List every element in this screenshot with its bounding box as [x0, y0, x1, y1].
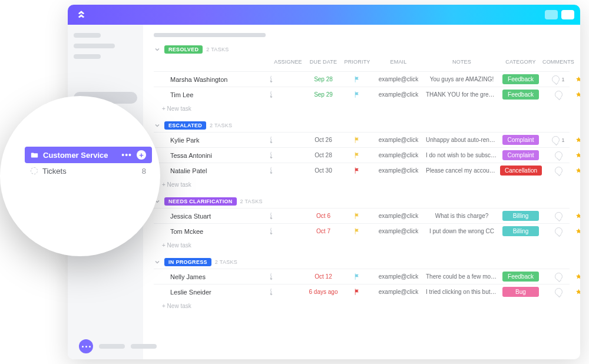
task-row[interactable]: Natalie Patel Oct 30 example@click Pleas…	[154, 163, 570, 178]
new-task-button[interactable]: + New task	[154, 178, 570, 188]
priority-flag-icon[interactable]	[355, 289, 360, 295]
category-badge[interactable]: Cancellation	[500, 166, 542, 176]
col-satisfaction[interactable]: SATISFACTION LEVEL	[575, 56, 580, 68]
task-row[interactable]: Tom Mckee Oct 7 example@click I put down…	[154, 223, 570, 239]
due-date[interactable]: Oct 12	[306, 273, 341, 280]
task-row[interactable]: Tessa Antonini Oct 28 example@click I do…	[154, 147, 570, 163]
due-date[interactable]: Oct 28	[306, 152, 341, 158]
category-badge[interactable]: Feedback	[502, 272, 539, 282]
task-name[interactable]: Jessica Stuart	[170, 213, 270, 220]
due-date[interactable]: Oct 26	[306, 137, 341, 143]
task-row[interactable]: Kylie Park Oct 26 example@click Unhappy …	[154, 132, 570, 147]
satisfaction-stars[interactable]	[575, 273, 580, 280]
priority-flag-icon[interactable]	[355, 167, 360, 174]
col-category[interactable]: CATEGORY	[500, 59, 541, 65]
assignee-avatar[interactable]	[270, 75, 272, 83]
col-due[interactable]: DUE DATE	[306, 59, 341, 65]
comment-icon[interactable]	[555, 227, 562, 235]
comment-icon[interactable]	[552, 75, 560, 83]
satisfaction-stars[interactable]	[575, 91, 580, 98]
satisfaction-stars[interactable]	[575, 228, 580, 234]
satisfaction-stars[interactable]	[575, 167, 580, 174]
comment-icon[interactable]	[555, 273, 562, 280]
comment-icon[interactable]	[555, 288, 562, 296]
assignee-avatar[interactable]	[270, 151, 272, 159]
col-comments[interactable]: COMMENTS	[541, 59, 575, 65]
group-status-pill[interactable]: ESCALATED	[164, 121, 206, 130]
col-notes[interactable]: NOTES	[423, 59, 500, 65]
satisfaction-stars[interactable]	[575, 76, 580, 82]
chevron-down-icon[interactable]	[154, 46, 161, 53]
task-row[interactable]: Nelly James Oct 12 example@click There c…	[154, 269, 570, 284]
satisfaction-stars[interactable]	[575, 213, 580, 219]
task-name[interactable]: Tessa Antonini	[170, 152, 270, 159]
assignee-avatar[interactable]	[270, 273, 272, 280]
assignee-avatar[interactable]	[270, 167, 272, 174]
task-name[interactable]: Marsha Washington	[170, 76, 270, 83]
task-name[interactable]: Kylie Park	[170, 137, 270, 144]
task-row[interactable]: Jessica Stuart Oct 6 example@click What …	[154, 208, 570, 223]
topbar-toggle-a[interactable]	[545, 10, 558, 19]
category-badge[interactable]: Complaint	[502, 135, 539, 145]
comment-icon[interactable]	[555, 91, 562, 98]
task-name[interactable]: Natalie Patel	[170, 167, 270, 174]
assignee-avatar[interactable]	[270, 212, 272, 220]
assignee-avatar[interactable]	[270, 136, 272, 144]
category-badge[interactable]: Feedback	[502, 90, 539, 100]
new-task-button[interactable]: + New task	[154, 102, 570, 112]
group-status-pill[interactable]: NEEDS CLARIFICATION	[164, 197, 237, 206]
folder-add-button[interactable]: +	[137, 150, 146, 160]
col-priority[interactable]: PRIORITY	[341, 59, 373, 65]
task-name[interactable]: Tom Mckee	[170, 228, 270, 235]
due-date[interactable]: Sep 28	[306, 76, 341, 82]
due-date[interactable]: Sep 29	[306, 91, 341, 98]
comment-icon[interactable]	[552, 136, 560, 144]
priority-flag-icon[interactable]	[355, 152, 360, 158]
chevron-down-icon[interactable]	[154, 122, 161, 129]
sidebar-folder-customer-service[interactable]: Customer Service ••• +	[25, 147, 152, 163]
chat-button[interactable]	[79, 339, 93, 353]
group-status-pill[interactable]: IN PROGRESS	[164, 258, 211, 266]
new-task-button[interactable]: + New task	[154, 299, 570, 309]
priority-flag-icon[interactable]	[355, 213, 360, 219]
category-badge[interactable]: Billing	[502, 211, 539, 221]
group-status-pill[interactable]: RESOLVED	[164, 45, 203, 54]
due-date[interactable]: Oct 7	[306, 228, 341, 234]
due-date[interactable]: Oct 30	[306, 167, 341, 174]
assignee-avatar[interactable]	[270, 91, 272, 98]
comment-icon[interactable]	[555, 167, 562, 174]
task-name[interactable]: Nelly James	[170, 273, 270, 280]
sidebar-list-tickets[interactable]: Tickets 8	[25, 163, 152, 178]
category-badge[interactable]: Complaint	[502, 150, 539, 160]
category-badge[interactable]: Bug	[502, 287, 539, 297]
due-date[interactable]: Oct 6	[306, 213, 341, 219]
category-badge[interactable]: Feedback	[502, 74, 539, 84]
priority-flag-icon[interactable]	[355, 91, 360, 98]
priority-flag-icon[interactable]	[355, 76, 360, 82]
task-row[interactable]: Marsha Washington Sep 28 example@click Y…	[154, 71, 570, 87]
priority-flag-icon[interactable]	[355, 137, 360, 143]
satisfaction-stars[interactable]	[575, 152, 580, 158]
satisfaction-stars[interactable]	[575, 289, 580, 295]
chevron-down-icon[interactable]	[154, 259, 161, 266]
folder-more-icon[interactable]: •••	[121, 150, 132, 160]
priority-flag-icon[interactable]	[355, 228, 360, 234]
list-label: Tickets	[42, 167, 67, 176]
task-row[interactable]: Tim Lee Sep 29 example@click THANK YOU f…	[154, 87, 570, 102]
assignee-avatar[interactable]	[270, 288, 272, 296]
assignee-avatar[interactable]	[270, 227, 272, 235]
task-row[interactable]: Leslie Sneider 6 days ago example@click …	[154, 284, 570, 299]
category-badge[interactable]: Billing	[502, 226, 539, 236]
due-date[interactable]: 6 days ago	[306, 289, 341, 295]
task-name[interactable]: Leslie Sneider	[170, 289, 270, 296]
task-name[interactable]: Tim Lee	[170, 91, 270, 98]
priority-flag-icon[interactable]	[355, 273, 360, 280]
new-task-button[interactable]: + New task	[154, 239, 570, 249]
satisfaction-stars[interactable]	[575, 137, 580, 143]
notes-cell: What is this charge?	[423, 213, 500, 219]
topbar-toggle-b[interactable]	[561, 10, 574, 19]
comment-icon[interactable]	[555, 212, 562, 220]
col-assignee[interactable]: ASSIGNEE	[270, 59, 306, 65]
col-email[interactable]: EMAIL	[373, 59, 423, 65]
comment-icon[interactable]	[555, 151, 562, 159]
